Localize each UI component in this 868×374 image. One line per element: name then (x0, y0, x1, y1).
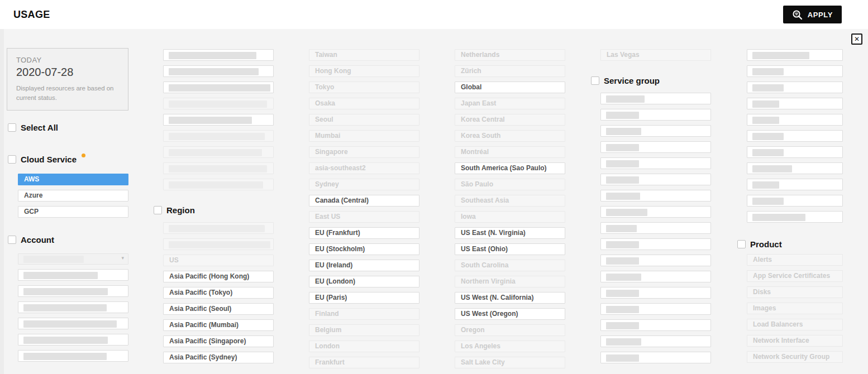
region-list-1: USAsia Pacific (Hong Kong)Asia Pacific (… (163, 222, 274, 368)
redacted-text (606, 95, 645, 103)
region-option[interactable]: US East (N. Virginia) (455, 227, 565, 239)
cloud-service-label: Cloud Service (21, 155, 77, 164)
region-option[interactable]: South America (Sao Paulo) (455, 162, 565, 174)
region-option: Tokyo (309, 81, 419, 93)
service-group-option[interactable] (600, 222, 711, 234)
account-option[interactable] (18, 350, 128, 362)
region-option[interactable]: US West (N. California) (455, 292, 565, 304)
region-option[interactable]: Asia Pacific (Hong Kong) (163, 271, 274, 282)
service-group-option[interactable] (747, 114, 843, 126)
service-group-option[interactable] (747, 65, 843, 77)
region-label: Region (166, 205, 195, 215)
account-option[interactable] (163, 114, 274, 126)
redacted-text (169, 52, 256, 59)
service-group-option[interactable] (600, 93, 711, 104)
today-date: 2020-07-28 (16, 66, 119, 79)
account-option[interactable] (163, 65, 274, 77)
region-option[interactable]: EU (Stockholm) (309, 243, 419, 255)
region-option: Frankfurt (309, 357, 419, 368)
region-option: East US (309, 211, 419, 223)
service-group-option[interactable] (747, 146, 843, 158)
filter-search-icon (792, 9, 803, 20)
region-checkbox-row[interactable]: Region (154, 205, 195, 215)
service-group-option[interactable] (600, 335, 711, 347)
cloud-service-option[interactable]: AWS (18, 174, 128, 185)
account-option (163, 179, 274, 190)
cloud-service-checkbox-row[interactable]: Cloud Service (8, 155, 85, 164)
service-group-option[interactable] (600, 238, 711, 250)
service-group-option[interactable] (600, 319, 711, 331)
region-option: Hong Kong (309, 65, 419, 77)
region-option[interactable]: Canada (Central) (309, 195, 419, 207)
service-group-option[interactable] (600, 287, 711, 299)
select-all-checkbox-row[interactable]: Select All (8, 123, 58, 132)
region-option[interactable]: Asia Pacific (Singapore) (163, 335, 274, 347)
service-group-option[interactable] (600, 174, 711, 185)
region-option[interactable]: EU (Ireland) (309, 260, 419, 271)
today-label: TODAY (16, 56, 119, 64)
service-group-option[interactable] (747, 179, 843, 190)
account-option[interactable] (18, 285, 128, 297)
top-bar: USAGE APPLY (0, 0, 868, 30)
region-option[interactable]: Asia Pacific (Seoul) (163, 303, 274, 315)
cloud-service-option[interactable]: Azure (18, 190, 128, 202)
region-option[interactable]: EU (Frankfurt) (309, 227, 419, 239)
region-option[interactable]: Asia Pacific (Mumbai) (163, 319, 274, 331)
service-group-option[interactable] (747, 98, 843, 109)
account-checkbox-row[interactable]: Account (8, 235, 54, 244)
cloud-service-option[interactable]: GCP (18, 206, 128, 218)
region-option[interactable]: Global (455, 81, 565, 93)
service-group-option[interactable] (600, 255, 711, 266)
service-group-option[interactable] (747, 195, 843, 207)
cloud-service-checkbox[interactable] (8, 155, 16, 164)
select-all-checkbox[interactable] (8, 123, 16, 132)
service-group-option[interactable] (600, 303, 711, 315)
account-option[interactable] (163, 81, 274, 93)
service-group-option[interactable] (747, 130, 843, 142)
redacted-text (169, 241, 270, 248)
service-group-option[interactable] (747, 162, 843, 174)
account-checkbox[interactable] (8, 236, 16, 244)
close-button[interactable]: ✕ (851, 33, 862, 45)
service-group-option[interactable] (747, 211, 843, 223)
product-checkbox[interactable] (737, 240, 746, 248)
redacted-text (752, 149, 784, 156)
product-option: Network Security Group (747, 351, 843, 363)
account-option[interactable] (18, 301, 128, 313)
region-option[interactable]: EU (Paris) (309, 292, 419, 304)
region-list-3: NetherlandsZürichGlobalJapan EastKorea C… (455, 49, 565, 373)
apply-button[interactable]: APPLY (783, 6, 842, 23)
service-group-option[interactable] (747, 81, 843, 93)
service-group-checkbox-row[interactable]: Service group (591, 76, 660, 85)
redacted-text (169, 165, 267, 172)
service-group-option[interactable] (600, 109, 711, 121)
account-option[interactable] (18, 318, 128, 329)
service-group-option[interactable] (600, 352, 711, 363)
account-option[interactable] (18, 334, 128, 346)
service-group-option[interactable] (747, 49, 843, 61)
panel-left-edge (0, 29, 4, 374)
region-option: Korea South (455, 130, 565, 142)
region-checkbox[interactable] (154, 206, 162, 214)
product-checkbox-row[interactable]: Product (737, 239, 782, 249)
region-option[interactable]: Asia Pacific (Sydney) (163, 352, 274, 363)
service-group-option[interactable] (600, 190, 711, 202)
column-product: Product AlertsApp Service CertificatesDi… (737, 29, 843, 374)
service-group-option[interactable] (600, 206, 711, 218)
account-option[interactable] (18, 269, 128, 281)
service-group-option[interactable] (600, 141, 711, 153)
service-group-option[interactable] (600, 157, 711, 169)
account-option[interactable] (163, 49, 274, 61)
service-group-option[interactable] (600, 125, 711, 137)
service-group-option[interactable] (600, 271, 711, 282)
service-group-checkbox[interactable] (591, 76, 599, 85)
region-option[interactable]: EU (London) (309, 276, 419, 287)
redacted-text (169, 133, 265, 140)
redacted-text (752, 52, 809, 59)
product-option: Network Interface (747, 335, 843, 347)
region-option[interactable]: US West (Oregon) (455, 308, 565, 320)
product-option: Disks (747, 286, 843, 298)
region-option[interactable]: Asia Pacific (Tokyo) (163, 287, 274, 299)
region-option[interactable]: US East (Ohio) (455, 243, 565, 255)
account-dropdown[interactable]: ▾ (18, 253, 128, 265)
